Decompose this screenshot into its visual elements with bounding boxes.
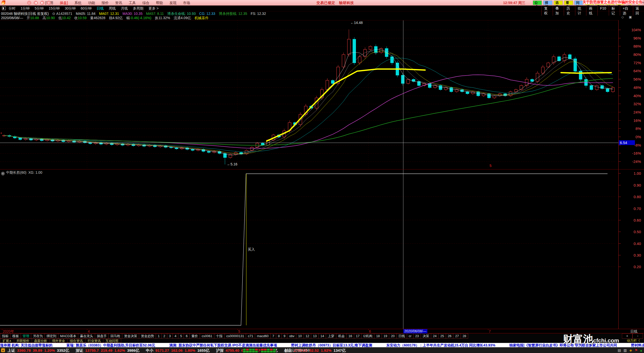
indicator-tab-12[interactable]: 12	[304, 333, 311, 339]
indicator-tab-13[interactable]: 13	[311, 333, 318, 339]
indicator-tab-5[interactable]: 5	[178, 333, 184, 339]
indicator-pane[interactable]: 买入	[0, 169, 618, 329]
doc-icon[interactable]: ▥	[623, 348, 627, 353]
indicator-tab-9[interactable]: 9	[282, 333, 287, 339]
indicator-tab-10[interactable]: 10	[296, 333, 304, 339]
indicator-tab-25[interactable]: 25	[438, 333, 446, 339]
indicator-tab-日线[interactable]: 日线	[397, 333, 407, 339]
indicator-tab-绑定到[interactable]: 绑定到	[45, 333, 58, 339]
ext-tab-扩展∧[interactable]: 扩展∧	[0, 339, 14, 343]
indicator-tab-l2机构[interactable]: l2机构	[361, 333, 374, 339]
tool-+自选[interactable]: +自选	[620, 6, 633, 16]
indicator-tab-指标[interactable]: 指标	[0, 333, 11, 339]
index-quote-上证[interactable]: 上证3360.7839.891.20%3352亿	[8, 348, 69, 353]
back-button[interactable]: ◀	[34, 1, 38, 5]
indicator-tab-2[interactable]: 2	[162, 333, 167, 339]
indicator-tab-17[interactable]: 17	[354, 333, 361, 339]
signal-icon[interactable]: ▴	[640, 348, 642, 353]
menu-综合[interactable]: 综合	[142, 1, 149, 5]
indicator-tab-机会[interactable]: 机会	[336, 333, 347, 339]
ext-tab-盘面分析[interactable]: 盘面分析	[32, 339, 50, 343]
news-item[interactable]: 富瑞: 雅居乐（03383）中期盈利强劲,升目标价至52.06元	[66, 343, 155, 347]
indicator-tab-模板[interactable]: 模板	[11, 333, 21, 339]
ext-tab-境外资金[interactable]: 境外资金	[50, 339, 68, 343]
tool-返回[interactable]: 返回	[633, 6, 644, 16]
indicator-tab-27[interactable]: 27	[453, 333, 461, 339]
indicator-tab-14[interactable]: 14	[319, 333, 326, 339]
chevron-down-icon[interactable]: ∨	[1, 172, 5, 175]
indicator-tab-资金决策[interactable]: 资金决策	[122, 333, 139, 339]
indicator-tab-回马枪[interactable]: 回马枪	[109, 333, 122, 339]
indicator-tab-另存为[interactable]: 另存为	[31, 333, 45, 339]
period-日线[interactable]: 日线	[97, 6, 104, 11]
grid-icon[interactable]: ▤	[618, 348, 621, 353]
indicator-tab-20[interactable]: 20	[389, 333, 396, 339]
flag-icon[interactable]: ⚑	[634, 348, 638, 353]
title-button-看盘[interactable]: 看盘	[564, 1, 573, 5]
home-button[interactable]: ⌂	[27, 1, 31, 5]
medal-icon[interactable]: ◈	[629, 348, 632, 353]
indicator-tab-4[interactable]: 4	[173, 333, 178, 339]
period-月线[interactable]: 月线	[121, 6, 128, 11]
news-alert[interactable]: 关于防范假冒之名进行诈骗的安全公告	[583, 0, 642, 4]
title-button-排行[interactable]: 排行	[543, 1, 552, 5]
period-1分钟[interactable]: 1分钟	[21, 6, 30, 11]
indicator-tab-8[interactable]: 8	[276, 333, 282, 339]
indicator-tab-3[interactable]: 3	[167, 333, 173, 339]
period-60分钟[interactable]: 60分钟	[81, 6, 92, 11]
zoom-out-button[interactable]: -	[632, 333, 643, 339]
indicator-tab-macd60[interactable]: macd60	[255, 333, 270, 339]
layout-icon[interactable]	[2, 7, 6, 10]
period-5分钟[interactable]: 5分钟	[35, 6, 44, 11]
indicator-tab-上穿[interactable]: 上穿	[326, 333, 336, 339]
ext-tab-互动问答[interactable]: 互动问答	[103, 339, 121, 343]
indicator-tab-cs0061[interactable]: cs0061	[200, 333, 214, 339]
news-item[interactable]: 野村上调欧舒丹（00973）目标至13.3元,惟下调盈测	[291, 343, 372, 347]
menu-帮助[interactable]: 帮助	[156, 1, 163, 5]
indicator-tab-1[interactable]: 1	[156, 333, 162, 339]
indicator-tab-决策[interactable]: 决策	[421, 333, 431, 339]
period-多周期[interactable]: 多周期	[133, 6, 143, 11]
indicator-tab-obv[interactable]: obv	[287, 333, 296, 339]
indicator-tab-cr[interactable]: cr	[407, 333, 414, 339]
indicator-tab-操盘手[interactable]: 操盘手	[95, 333, 109, 339]
price-chart-pane[interactable]: ←14.48←5.16	[0, 20, 618, 169]
period-更多 >[interactable]: 更多 >	[148, 6, 158, 11]
indicator-tab-7[interactable]: 7	[271, 333, 276, 339]
news-item[interactable]: 野村料永升生活（01995）中期:	[631, 343, 644, 347]
indicator-tab-cs00000131[interactable]: cs00000131	[225, 333, 246, 339]
title-button-公式[interactable]: 公式	[533, 1, 542, 5]
indicator-tab-19[interactable]: 19	[382, 333, 389, 339]
menu-资讯[interactable]: 资讯	[115, 1, 122, 5]
news-item[interactable]: 东安动力（600178）：上半年共生产发动机15.4万台 同比增长43.93%	[386, 343, 495, 347]
zoom-in-button[interactable]: +	[622, 333, 632, 339]
indicator-tab-28[interactable]: 28	[461, 333, 468, 339]
news-ticker[interactable]: 涨停潮 机构: 关注低估值带涨标的富瑞: 雅居乐（03383）中期盈利强劲,升目…	[0, 343, 644, 347]
index-quote-中小[interactable]: 中小9171.27162.061.80%1655亿	[146, 348, 210, 353]
indicator-tab-MACD基本[interactable]: MACD基本	[58, 333, 78, 339]
ext-tab-综合资讯[interactable]: 综合资讯	[68, 339, 86, 343]
pane-corner-icons[interactable]: ◇ ▣	[621, 15, 634, 19]
indicator-tab-24[interactable]: 24	[431, 333, 438, 339]
ext-tab-行业资讯[interactable]: 行业资讯	[86, 339, 103, 343]
title-button-选股[interactable]: 选股	[554, 1, 563, 5]
indicator-tab-26[interactable]: 26	[446, 333, 453, 339]
menu-报价[interactable]: 报价	[102, 1, 109, 5]
news-item[interactable]: 涨停潮 机构: 关注低估值带涨标的	[0, 343, 52, 347]
period-周线[interactable]: 周线	[109, 6, 116, 11]
indicator-tab-管理[interactable]: 管理	[21, 333, 31, 339]
menu-工具[interactable]: 工具	[129, 1, 136, 5]
indicator-tab-赢在龙头[interactable]: 赢在龙头	[78, 333, 95, 339]
menu-操盘[interactable]: 操盘]	[60, 1, 68, 5]
indicator-tab-16[interactable]: 16	[347, 333, 354, 339]
ext-tab-关联报价[interactable]: 关联报价	[14, 339, 32, 343]
period-30分钟[interactable]: 30分钟	[65, 6, 76, 11]
indicator-tab-18[interactable]: 18	[374, 333, 382, 339]
indicator-tab-十指[interactable]: 十指	[214, 333, 225, 339]
indicator-tab-6[interactable]: 6	[184, 333, 189, 339]
menu-系统[interactable]: 系统	[74, 1, 82, 5]
menu-发现[interactable]: 发现	[170, 1, 177, 5]
indicator-tab-量价[interactable]: 量价	[190, 333, 200, 339]
title-button-问财[interactable]: 问财	[574, 1, 583, 5]
period-15分钟[interactable]: 15分钟	[49, 6, 60, 11]
